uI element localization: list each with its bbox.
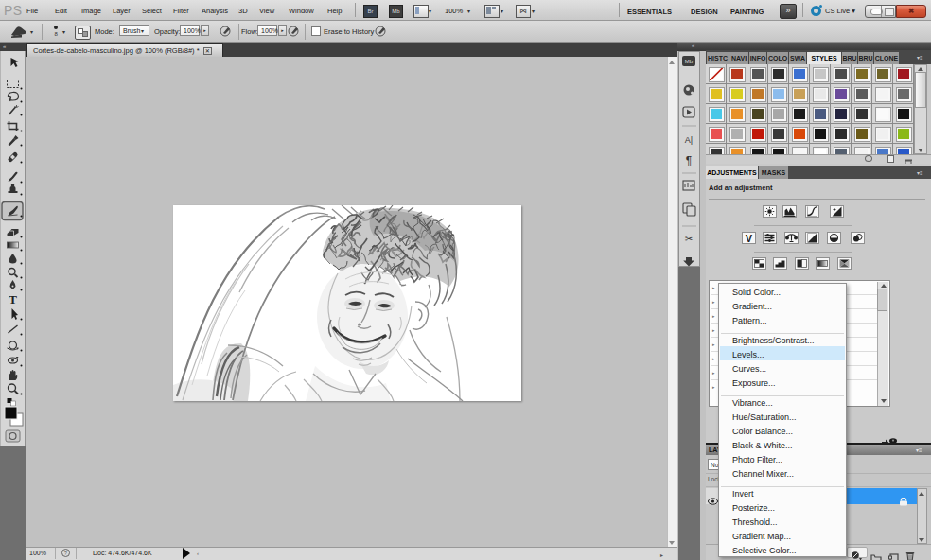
svg-text:¶: ¶	[686, 154, 692, 167]
svg-text:T: T	[9, 292, 17, 306]
svg-text:✂: ✂	[685, 234, 693, 244]
svg-text:V: V	[746, 233, 753, 244]
svg-text:Mb: Mb	[685, 59, 694, 64]
svg-text:A|: A|	[685, 135, 693, 145]
